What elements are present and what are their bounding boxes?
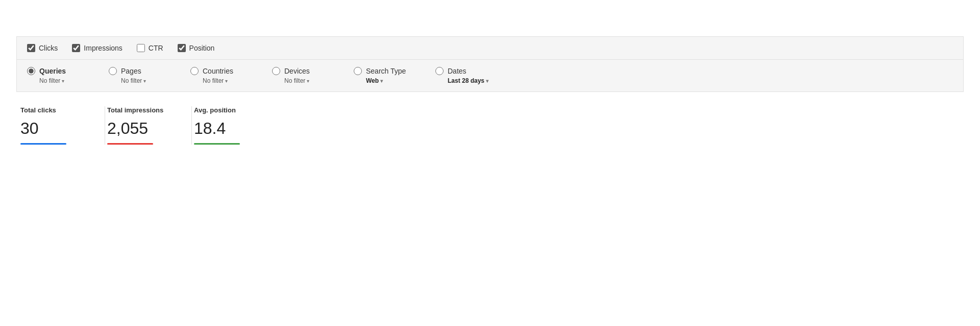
- radio-rg-devices[interactable]: [272, 67, 280, 75]
- radio-rg-queries[interactable]: [27, 67, 35, 75]
- checkbox-label-cb-ctr: CTR: [149, 44, 163, 52]
- stat-label-2: Avg. position: [194, 106, 264, 114]
- stat-line-blue: [20, 143, 66, 145]
- chevron-down-icon-rg-devices: ▾: [307, 78, 309, 84]
- filter-text-rg-dates: Last 28 days: [448, 77, 484, 84]
- filter-text-rg-countries: No filter: [203, 77, 224, 84]
- checkbox-cb-clicks[interactable]: [27, 44, 35, 52]
- checkbox-item-cb-ctr[interactable]: CTR: [137, 44, 163, 52]
- radio-label-row-rg-search-type[interactable]: Search Type: [354, 67, 406, 75]
- radio-group-rg-pages: PagesNo filter ▾: [109, 67, 190, 84]
- checkbox-cb-position[interactable]: [178, 44, 186, 52]
- filter-text-rg-pages: No filter: [121, 77, 142, 84]
- filter-dropdown-rg-queries[interactable]: No filter ▾: [27, 77, 64, 84]
- radio-rg-countries[interactable]: [190, 67, 199, 75]
- radio-rg-dates[interactable]: [435, 67, 444, 75]
- radio-group-rg-search-type: Search TypeWeb ▾: [354, 67, 435, 84]
- radio-rg-pages[interactable]: [109, 67, 117, 75]
- chevron-down-icon-rg-dates: ▾: [486, 78, 488, 84]
- radio-label-text-rg-dates: Dates: [448, 67, 467, 75]
- filter-text-rg-queries: No filter: [39, 77, 60, 84]
- stat-label-0: Total clicks: [20, 106, 90, 114]
- chevron-down-icon-rg-search-type: ▾: [380, 78, 383, 84]
- chevron-down-icon-rg-countries: ▾: [225, 78, 228, 84]
- checkbox-label-cb-clicks: Clicks: [39, 44, 58, 52]
- stat-line-red: [107, 143, 153, 145]
- stat-item-0: Total clicks30: [18, 106, 105, 145]
- stat-value-2: 18.4: [194, 119, 264, 138]
- stat-line-green: [194, 143, 240, 145]
- checkbox-item-cb-impressions[interactable]: Impressions: [72, 44, 122, 52]
- filter-dropdown-rg-countries[interactable]: No filter ▾: [190, 77, 228, 84]
- radio-label-text-rg-queries: Queries: [39, 67, 66, 75]
- checkbox-label-cb-impressions: Impressions: [84, 44, 122, 52]
- radio-label-text-rg-pages: Pages: [121, 67, 141, 75]
- radio-group-rg-countries: CountriesNo filter ▾: [190, 67, 272, 84]
- filter-dropdown-rg-search-type[interactable]: Web ▾: [354, 77, 383, 84]
- filter-dropdown-rg-devices[interactable]: No filter ▾: [272, 77, 309, 84]
- radio-label-row-rg-pages[interactable]: Pages: [109, 67, 141, 75]
- radio-label-row-rg-queries[interactable]: Queries: [27, 67, 66, 75]
- radio-group-rg-queries: QueriesNo filter ▾: [27, 67, 109, 84]
- filter-dropdown-rg-pages[interactable]: No filter ▾: [109, 77, 146, 84]
- checkboxes-bar: ClicksImpressionsCTRPosition: [16, 36, 964, 59]
- checkbox-label-cb-position: Position: [189, 44, 215, 52]
- stat-item-2: Avg. position18.4: [192, 106, 279, 145]
- radio-label-text-rg-devices: Devices: [284, 67, 310, 75]
- radio-filter-bar: QueriesNo filter ▾PagesNo filter ▾Countr…: [16, 59, 964, 92]
- radio-label-row-rg-countries[interactable]: Countries: [190, 67, 233, 75]
- radio-label-row-rg-devices[interactable]: Devices: [272, 67, 310, 75]
- radio-label-text-rg-countries: Countries: [203, 67, 233, 75]
- radio-label-text-rg-search-type: Search Type: [366, 67, 406, 75]
- radio-group-rg-dates: DatesLast 28 days ▾: [435, 67, 517, 84]
- radio-group-rg-devices: DevicesNo filter ▾: [272, 67, 354, 84]
- checkbox-cb-ctr[interactable]: [137, 44, 145, 52]
- checkbox-item-cb-clicks[interactable]: Clicks: [27, 44, 58, 52]
- stat-value-1: 2,055: [107, 119, 177, 138]
- checkbox-item-cb-position[interactable]: Position: [178, 44, 215, 52]
- stat-value-0: 30: [20, 119, 90, 138]
- filter-dropdown-rg-dates[interactable]: Last 28 days ▾: [435, 77, 488, 84]
- stat-item-1: Total impressions2,055: [105, 106, 192, 145]
- chevron-down-icon-rg-pages: ▾: [143, 78, 146, 84]
- chevron-down-icon-rg-queries: ▾: [62, 78, 64, 84]
- filter-text-rg-devices: No filter: [284, 77, 305, 84]
- stat-label-1: Total impressions: [107, 106, 177, 114]
- radio-rg-search-type[interactable]: [354, 67, 362, 75]
- filter-text-rg-search-type: Web: [366, 77, 379, 84]
- radio-label-row-rg-dates[interactable]: Dates: [435, 67, 467, 75]
- page-description: [16, 16, 964, 24]
- stats-row: Total clicks30Total impressions2,055Avg.…: [16, 106, 964, 145]
- checkbox-cb-impressions[interactable]: [72, 44, 80, 52]
